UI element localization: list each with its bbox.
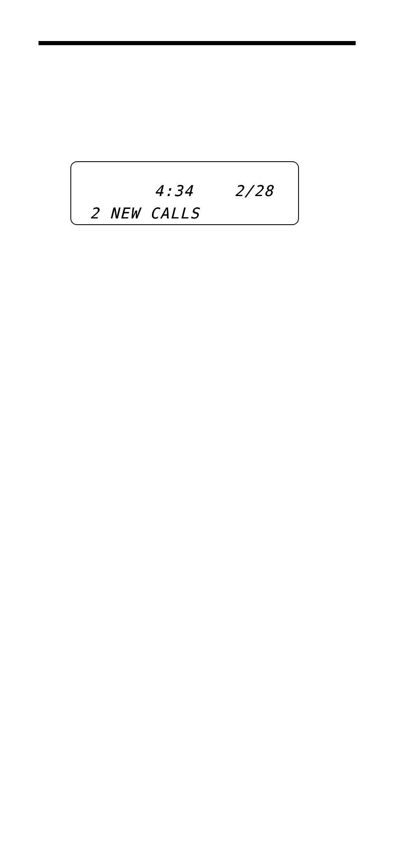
lcd-date: 2/28	[234, 182, 274, 199]
horizontal-rule	[39, 41, 356, 45]
lcd-row-message: 2 NEW CALLS	[90, 205, 200, 222]
lcd-inner: 4:34 2/28 2 NEW CALLS	[71, 162, 298, 224]
page: 4:34 2/28 2 NEW CALLS	[0, 0, 395, 868]
lcd-time: 4:34	[154, 182, 193, 199]
phone-lcd: 4:34 2/28 2 NEW CALLS	[70, 161, 299, 225]
